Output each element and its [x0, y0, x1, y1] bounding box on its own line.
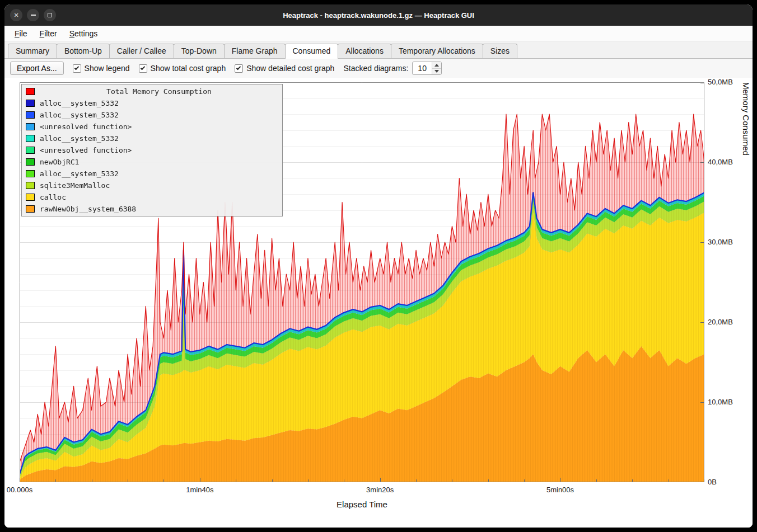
x-tick-label: 00.000s — [7, 486, 32, 494]
checkmark-icon — [74, 65, 78, 69]
stacked-diagrams-label: Stacked diagrams: — [343, 64, 408, 73]
legend-item-label: rawNewObj__system_6388 — [40, 205, 136, 213]
spinner-down-icon — [434, 70, 439, 73]
legend-color-swatch — [26, 123, 35, 130]
checkbox-box[interactable] — [139, 64, 147, 73]
y-axis-title: Memory Consumed — [741, 82, 751, 482]
legend-color-swatch — [26, 147, 35, 154]
legend-item: newObjRC1 — [22, 156, 282, 168]
legend-item: alloc__system_5332 — [22, 168, 282, 180]
tab-top-down[interactable]: Top-Down — [174, 44, 225, 58]
minimize-glyph — [31, 15, 36, 16]
chart-area: Total Memory Consumption alloc__system_5… — [4, 78, 753, 528]
legend-color-swatch — [26, 100, 35, 107]
x-axis-title: Elapsed Time — [20, 500, 704, 509]
legend-color-swatch — [26, 194, 35, 201]
checkbox-box[interactable] — [235, 64, 243, 73]
title-bar: ✕ Heaptrack - heaptrack.wakunode.1.gz — … — [4, 4, 753, 26]
show-legend-label: Show legend — [85, 64, 130, 73]
legend-color-swatch — [26, 158, 35, 166]
x-tick-label: 1min40s — [186, 486, 213, 494]
legend-item: alloc__system_5332 — [22, 133, 282, 144]
legend-color-swatch — [26, 88, 35, 95]
stacked-diagrams-control: Stacked diagrams: 10 — [343, 62, 442, 75]
legend-color-swatch — [26, 182, 35, 189]
show-detailed-cost-checkbox[interactable]: Show detailed cost graph — [235, 64, 334, 73]
y-tick-label: 50,0MB — [708, 78, 733, 86]
legend-item: <unresolved function> — [22, 121, 282, 133]
legend-item-label: alloc__system_5332 — [40, 99, 119, 107]
legend-item: sqlite3MemMalloc — [22, 180, 282, 191]
show-detailed-cost-label: Show detailed cost graph — [246, 64, 334, 73]
legend-item-label: alloc__system_5332 — [40, 170, 119, 178]
legend-color-swatch — [26, 170, 35, 177]
x-tick-label: 3min20s — [366, 486, 394, 494]
chart-legend: Total Memory Consumption alloc__system_5… — [21, 84, 283, 216]
maximize-icon[interactable] — [44, 9, 56, 21]
minimize-icon[interactable] — [27, 9, 39, 21]
show-legend-checkbox[interactable]: Show legend — [73, 64, 130, 73]
x-tick-label: 5min00s — [546, 486, 574, 494]
checkmark-icon — [236, 65, 241, 69]
tab-bar: Summary Bottom-Up Caller / Callee Top-Do… — [4, 41, 753, 59]
spinner-up-button[interactable] — [432, 62, 441, 69]
stacked-diagrams-value[interactable]: 10 — [413, 62, 432, 74]
export-as-button[interactable]: Export As... — [10, 62, 64, 75]
x-axis-labels: 00.000s1min40s3min20s5min00s — [20, 486, 704, 497]
y-tick-label: 10,0MB — [708, 398, 733, 406]
legend-item: alloc__system_5332 — [22, 97, 282, 109]
spinner-up-icon — [434, 64, 439, 67]
tab-temporary-allocations[interactable]: Temporary Allocations — [391, 44, 483, 58]
legend-item-label: sqlite3MemMalloc — [40, 181, 110, 190]
spinner-buttons — [432, 62, 441, 74]
legend-item-label: <unresolved function> — [40, 146, 132, 154]
legend-color-swatch — [26, 111, 35, 119]
stacked-diagrams-spinner[interactable]: 10 — [412, 62, 442, 75]
window-controls: ✕ — [10, 4, 56, 26]
spinner-down-button[interactable] — [432, 69, 441, 75]
legend-item: Total Memory Consumption — [22, 86, 282, 97]
legend-item-label: newObjRC1 — [40, 158, 79, 166]
legend-item: rawNewObj__system_6388 — [22, 203, 282, 215]
menu-settings[interactable]: Settings — [64, 27, 104, 40]
legend-item-label: alloc__system_5332 — [40, 111, 119, 119]
legend-item: <unresolved function> — [22, 144, 282, 156]
legend-item-label: calloc — [40, 193, 66, 201]
tab-consumed[interactable]: Consumed — [285, 44, 339, 59]
legend-item-label: Total Memory Consumption — [40, 87, 278, 96]
checkbox-box[interactable] — [73, 64, 81, 73]
tab-caller-callee[interactable]: Caller / Callee — [109, 44, 174, 58]
close-icon[interactable]: ✕ — [10, 9, 22, 21]
show-total-cost-checkbox[interactable]: Show total cost graph — [139, 64, 226, 73]
menu-filter[interactable]: Filter — [34, 27, 63, 40]
legend-color-swatch — [26, 135, 35, 142]
menu-bar: File Filter Settings — [4, 26, 753, 41]
legend-item-label: alloc__system_5332 — [40, 134, 119, 143]
legend-item-label: <unresolved function> — [40, 123, 132, 131]
tab-allocations[interactable]: Allocations — [338, 44, 391, 58]
legend-color-swatch — [26, 205, 35, 213]
menu-file[interactable]: File — [9, 27, 33, 40]
legend-item: calloc — [22, 191, 282, 203]
tab-bottom-up[interactable]: Bottom-Up — [57, 44, 110, 58]
app-window: ✕ Heaptrack - heaptrack.wakunode.1.gz — … — [4, 4, 753, 528]
y-tick-label: 0B — [708, 478, 717, 486]
show-total-cost-label: Show total cost graph — [151, 64, 226, 73]
legend-item: alloc__system_5332 — [22, 109, 282, 121]
y-tick-label: 30,0MB — [708, 238, 733, 246]
tab-summary[interactable]: Summary — [8, 44, 57, 58]
maximize-glyph — [48, 13, 52, 17]
tab-flame-graph[interactable]: Flame Graph — [224, 44, 286, 58]
y-tick-label: 20,0MB — [708, 318, 733, 326]
window-title: Heaptrack - heaptrack.wakunode.1.gz — He… — [4, 11, 753, 20]
chart-toolbar: Export As... Show legend Show total cost… — [4, 59, 753, 78]
y-tick-label: 40,0MB — [708, 158, 733, 166]
tab-sizes[interactable]: Sizes — [483, 44, 517, 58]
checkmark-icon — [140, 65, 144, 69]
